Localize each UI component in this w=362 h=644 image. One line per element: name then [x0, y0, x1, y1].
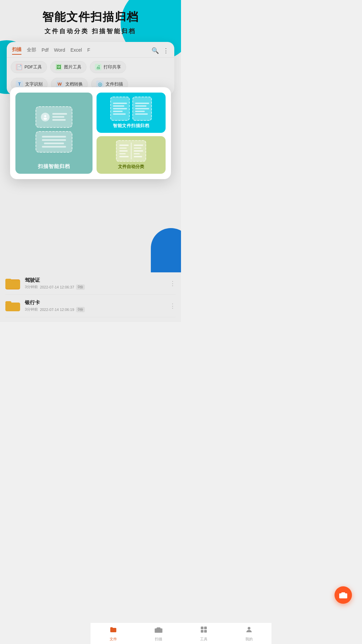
- popup-left-label: 扫描智能归档: [38, 163, 70, 170]
- scan-doc-1: [110, 97, 130, 121]
- svg-point-1: [44, 118, 47, 120]
- avatar-icon: [41, 113, 50, 121]
- popup-scan-archive[interactable]: 扫描智能归档: [15, 93, 93, 174]
- popup-card: 扫描智能归档: [10, 87, 171, 179]
- popup-left-illustrations: [19, 98, 88, 161]
- popup-auto-classify[interactable]: 文件自动分类: [97, 136, 166, 174]
- scan-doc-2: [132, 97, 152, 121]
- svg-point-0: [44, 115, 46, 117]
- book-spine: [131, 143, 132, 159]
- id-card-illustration: [36, 106, 72, 128]
- doc-illustration: [36, 131, 72, 153]
- popup-smart-scan-label: 智能文件扫描归档: [113, 123, 149, 129]
- doc-lines: [42, 136, 66, 148]
- id-lines: [52, 113, 67, 121]
- popup-smart-scan[interactable]: 智能文件扫描归档: [97, 93, 166, 133]
- book-page-right: [132, 143, 144, 159]
- popup-auto-classify-label: 文件自动分类: [118, 164, 144, 170]
- book-page-left: [118, 143, 130, 159]
- popup-right-panel: 智能文件扫描归档 文: [97, 93, 166, 174]
- scan-docs-illustration: [110, 97, 152, 121]
- book-illustration: [116, 140, 146, 162]
